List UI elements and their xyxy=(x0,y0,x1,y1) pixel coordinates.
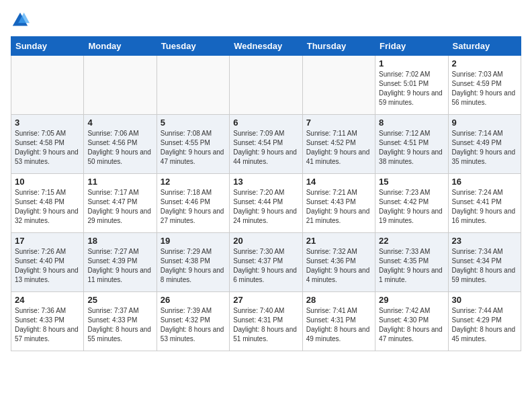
day-info: Sunrise: 7:42 AM Sunset: 4:30 PM Dayligh… xyxy=(379,306,444,344)
calendar-cell: 18Sunrise: 7:27 AM Sunset: 4:39 PM Dayli… xyxy=(84,233,157,292)
weekday-header-saturday: Saturday xyxy=(448,37,521,56)
week-row-5: 24Sunrise: 7:36 AM Sunset: 4:33 PM Dayli… xyxy=(11,292,521,351)
day-info: Sunrise: 7:36 AM Sunset: 4:33 PM Dayligh… xyxy=(15,306,80,344)
day-number: 15 xyxy=(379,177,444,187)
calendar-cell: 16Sunrise: 7:24 AM Sunset: 4:41 PM Dayli… xyxy=(448,174,521,233)
calendar-cell: 10Sunrise: 7:15 AM Sunset: 4:48 PM Dayli… xyxy=(11,174,84,233)
day-info: Sunrise: 7:05 AM Sunset: 4:58 PM Dayligh… xyxy=(15,129,80,167)
day-info: Sunrise: 7:27 AM Sunset: 4:39 PM Dayligh… xyxy=(87,247,152,285)
day-info: Sunrise: 7:34 AM Sunset: 4:34 PM Dayligh… xyxy=(452,247,517,285)
calendar-cell xyxy=(84,56,157,115)
calendar-cell: 26Sunrise: 7:39 AM Sunset: 4:32 PM Dayli… xyxy=(157,292,229,351)
week-row-4: 17Sunrise: 7:26 AM Sunset: 4:40 PM Dayli… xyxy=(11,233,521,292)
calendar-cell: 30Sunrise: 7:44 AM Sunset: 4:29 PM Dayli… xyxy=(448,292,521,351)
day-number: 25 xyxy=(87,295,152,305)
day-number: 20 xyxy=(233,236,298,246)
day-number: 10 xyxy=(15,177,80,187)
calendar-cell: 3Sunrise: 7:05 AM Sunset: 4:58 PM Daylig… xyxy=(11,115,84,174)
weekday-header-friday: Friday xyxy=(375,37,448,56)
day-info: Sunrise: 7:40 AM Sunset: 4:31 PM Dayligh… xyxy=(233,306,298,344)
calendar-cell xyxy=(11,56,84,115)
day-info: Sunrise: 7:44 AM Sunset: 4:29 PM Dayligh… xyxy=(452,306,517,344)
day-info: Sunrise: 7:37 AM Sunset: 4:33 PM Dayligh… xyxy=(87,306,152,344)
day-number: 11 xyxy=(87,177,152,187)
calendar-cell: 25Sunrise: 7:37 AM Sunset: 4:33 PM Dayli… xyxy=(84,292,157,351)
day-info: Sunrise: 7:08 AM Sunset: 4:55 PM Dayligh… xyxy=(161,129,226,167)
day-number: 19 xyxy=(161,236,226,246)
day-info: Sunrise: 7:20 AM Sunset: 4:44 PM Dayligh… xyxy=(233,188,298,226)
day-number: 26 xyxy=(161,295,226,305)
day-info: Sunrise: 7:02 AM Sunset: 5:01 PM Dayligh… xyxy=(379,70,444,107)
calendar-cell: 5Sunrise: 7:08 AM Sunset: 4:55 PM Daylig… xyxy=(157,115,229,174)
calendar-cell: 7Sunrise: 7:11 AM Sunset: 4:52 PM Daylig… xyxy=(302,115,375,174)
weekday-header-row: SundayMondayTuesdayWednesdayThursdayFrid… xyxy=(11,37,521,56)
calendar-cell: 24Sunrise: 7:36 AM Sunset: 4:33 PM Dayli… xyxy=(11,292,84,351)
weekday-header-monday: Monday xyxy=(84,37,157,56)
day-number: 24 xyxy=(15,295,80,305)
calendar-cell: 23Sunrise: 7:34 AM Sunset: 4:34 PM Dayli… xyxy=(448,233,521,292)
day-number: 17 xyxy=(15,236,80,246)
day-number: 3 xyxy=(15,118,80,128)
day-number: 1 xyxy=(379,58,444,68)
week-row-1: 1Sunrise: 7:02 AM Sunset: 5:01 PM Daylig… xyxy=(11,56,521,115)
calendar-cell: 15Sunrise: 7:23 AM Sunset: 4:42 PM Dayli… xyxy=(375,174,448,233)
day-number: 16 xyxy=(452,177,517,187)
calendar-cell: 1Sunrise: 7:02 AM Sunset: 5:01 PM Daylig… xyxy=(375,56,448,115)
calendar-cell: 4Sunrise: 7:06 AM Sunset: 4:56 PM Daylig… xyxy=(84,115,157,174)
week-row-3: 10Sunrise: 7:15 AM Sunset: 4:48 PM Dayli… xyxy=(11,174,521,233)
calendar-cell: 22Sunrise: 7:33 AM Sunset: 4:35 PM Dayli… xyxy=(375,233,448,292)
day-number: 5 xyxy=(161,118,226,128)
day-info: Sunrise: 7:41 AM Sunset: 4:31 PM Dayligh… xyxy=(306,306,371,344)
week-row-2: 3Sunrise: 7:05 AM Sunset: 4:58 PM Daylig… xyxy=(11,115,521,174)
day-number: 18 xyxy=(87,236,152,246)
day-number: 14 xyxy=(306,177,371,187)
day-info: Sunrise: 7:21 AM Sunset: 4:43 PM Dayligh… xyxy=(306,188,371,226)
day-number: 8 xyxy=(379,118,444,128)
day-info: Sunrise: 7:24 AM Sunset: 4:41 PM Dayligh… xyxy=(452,188,517,226)
day-number: 6 xyxy=(233,118,298,128)
day-info: Sunrise: 7:32 AM Sunset: 4:36 PM Dayligh… xyxy=(306,247,371,285)
calendar-cell: 19Sunrise: 7:29 AM Sunset: 4:38 PM Dayli… xyxy=(157,233,229,292)
calendar-cell: 6Sunrise: 7:09 AM Sunset: 4:54 PM Daylig… xyxy=(230,115,302,174)
day-number: 9 xyxy=(452,118,517,128)
calendar-cell: 28Sunrise: 7:41 AM Sunset: 4:31 PM Dayli… xyxy=(302,292,375,351)
calendar-table: SundayMondayTuesdayWednesdayThursdayFrid… xyxy=(11,36,521,351)
day-number: 13 xyxy=(233,177,298,187)
day-number: 2 xyxy=(452,58,517,68)
weekday-header-sunday: Sunday xyxy=(11,37,84,56)
day-number: 4 xyxy=(87,118,152,128)
day-info: Sunrise: 7:11 AM Sunset: 4:52 PM Dayligh… xyxy=(306,129,371,167)
calendar-cell: 20Sunrise: 7:30 AM Sunset: 4:37 PM Dayli… xyxy=(230,233,302,292)
day-number: 22 xyxy=(379,236,444,246)
day-info: Sunrise: 7:29 AM Sunset: 4:38 PM Dayligh… xyxy=(161,247,226,285)
day-info: Sunrise: 7:39 AM Sunset: 4:32 PM Dayligh… xyxy=(161,306,226,344)
calendar-cell: 11Sunrise: 7:17 AM Sunset: 4:47 PM Dayli… xyxy=(84,174,157,233)
day-info: Sunrise: 7:33 AM Sunset: 4:35 PM Dayligh… xyxy=(379,247,444,285)
calendar-cell: 17Sunrise: 7:26 AM Sunset: 4:40 PM Dayli… xyxy=(11,233,84,292)
day-number: 7 xyxy=(306,118,371,128)
day-info: Sunrise: 7:03 AM Sunset: 4:59 PM Dayligh… xyxy=(452,70,517,107)
logo-icon xyxy=(11,11,30,30)
weekday-header-thursday: Thursday xyxy=(302,37,375,56)
calendar-cell xyxy=(302,56,375,115)
day-number: 28 xyxy=(306,295,371,305)
day-info: Sunrise: 7:15 AM Sunset: 4:48 PM Dayligh… xyxy=(15,188,80,226)
calendar-cell: 21Sunrise: 7:32 AM Sunset: 4:36 PM Dayli… xyxy=(302,233,375,292)
page-header xyxy=(11,11,521,30)
day-info: Sunrise: 7:09 AM Sunset: 4:54 PM Dayligh… xyxy=(233,129,298,167)
day-info: Sunrise: 7:23 AM Sunset: 4:42 PM Dayligh… xyxy=(379,188,444,226)
calendar-cell: 9Sunrise: 7:14 AM Sunset: 4:49 PM Daylig… xyxy=(448,115,521,174)
day-info: Sunrise: 7:18 AM Sunset: 4:46 PM Dayligh… xyxy=(161,188,226,226)
day-number: 12 xyxy=(161,177,226,187)
calendar-cell: 27Sunrise: 7:40 AM Sunset: 4:31 PM Dayli… xyxy=(230,292,302,351)
day-number: 30 xyxy=(452,295,517,305)
day-number: 23 xyxy=(452,236,517,246)
day-info: Sunrise: 7:12 AM Sunset: 4:51 PM Dayligh… xyxy=(379,129,444,167)
calendar-cell: 8Sunrise: 7:12 AM Sunset: 4:51 PM Daylig… xyxy=(375,115,448,174)
calendar-cell xyxy=(230,56,302,115)
day-info: Sunrise: 7:17 AM Sunset: 4:47 PM Dayligh… xyxy=(87,188,152,226)
calendar-cell xyxy=(157,56,229,115)
weekday-header-tuesday: Tuesday xyxy=(157,37,229,56)
calendar-cell: 12Sunrise: 7:18 AM Sunset: 4:46 PM Dayli… xyxy=(157,174,229,233)
calendar-cell: 14Sunrise: 7:21 AM Sunset: 4:43 PM Dayli… xyxy=(302,174,375,233)
